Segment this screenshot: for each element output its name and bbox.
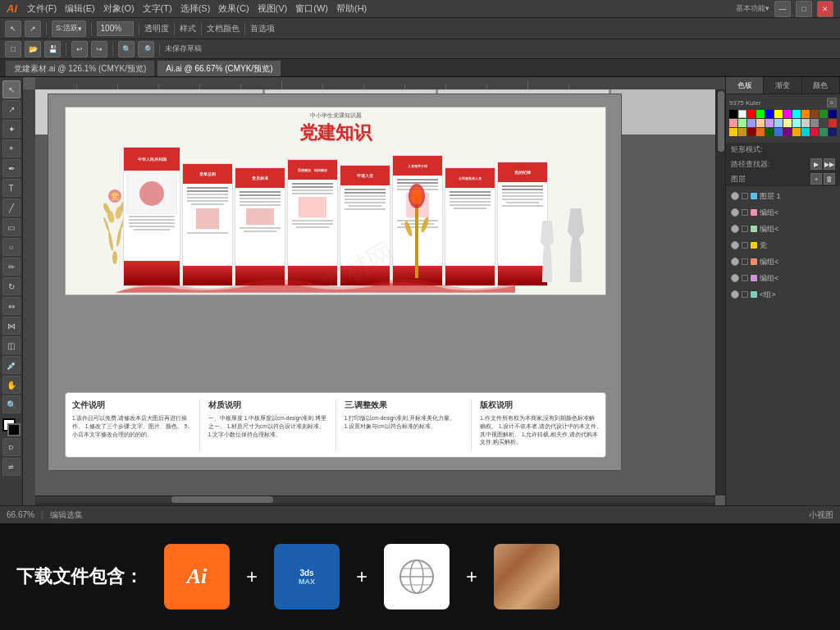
color-red[interactable]	[747, 110, 756, 118]
layer-lock-4[interactable]	[742, 242, 748, 249]
close-button[interactable]: ✕	[817, 1, 833, 17]
layer-eye-1[interactable]	[731, 192, 739, 200]
color-peach[interactable]	[756, 119, 765, 127]
menu-window[interactable]: 窗口(W)	[295, 2, 328, 15]
color-lightcyan[interactable]	[792, 119, 801, 127]
menu-view[interactable]: 视图(V)	[258, 2, 288, 15]
color-cyan[interactable]	[792, 110, 801, 118]
menu-file[interactable]: 文件(F)	[27, 2, 57, 15]
color-gold[interactable]	[729, 128, 737, 136]
color-darkred[interactable]	[747, 128, 756, 136]
mode-dropdown[interactable]: S:活跃▾	[52, 21, 86, 37]
menu-effect[interactable]: 效果(C)	[218, 2, 249, 15]
tab-1[interactable]: Ai.ai @ 66.67% (CMYK/预览)	[157, 60, 281, 76]
select-tool-icon[interactable]: ↖	[2, 80, 21, 98]
eyedropper-icon[interactable]: 💉	[2, 356, 21, 374]
menu-help[interactable]: 帮助(H)	[336, 2, 367, 15]
zoom-tool-icon[interactable]: 🔍	[2, 395, 21, 413]
color-royalblue[interactable]	[774, 128, 783, 136]
line-tool-icon[interactable]: ╱	[2, 199, 21, 217]
default-colors-icon[interactable]: D	[2, 438, 21, 456]
color-seagreen[interactable]	[819, 128, 828, 136]
menu-text[interactable]: 文字(T)	[143, 2, 172, 15]
layer-lock-5[interactable]	[742, 258, 748, 265]
color-brown[interactable]	[810, 110, 819, 118]
color-lightblue[interactable]	[747, 119, 756, 127]
layer-lock-7[interactable]	[742, 291, 748, 298]
swap-colors-icon[interactable]: ⇌	[2, 458, 21, 476]
layer-lock-2[interactable]	[742, 209, 748, 216]
layer-eye-7[interactable]	[731, 290, 739, 299]
layer-item-3[interactable]: 编组<	[728, 221, 838, 237]
layer-item-5[interactable]: 编组<	[728, 253, 838, 270]
menu-object[interactable]: 对象(O)	[103, 2, 135, 15]
rotate-icon[interactable]: ↻	[2, 277, 21, 295]
redo[interactable]: ↪	[91, 41, 107, 57]
color-lavender[interactable]	[765, 119, 774, 127]
zoom-out[interactable]: 🔎	[138, 41, 154, 57]
right-tab-color[interactable]: 颜色	[802, 77, 840, 94]
layer-eye-6[interactable]	[731, 274, 739, 282]
panel-menu-icon[interactable]: ≡	[827, 98, 837, 107]
color-teal[interactable]	[801, 128, 810, 136]
ellipse-tool-icon[interactable]: ○	[2, 238, 21, 256]
undo[interactable]: ↩	[71, 41, 88, 57]
color-skyblue[interactable]	[774, 119, 783, 127]
color-deeporange[interactable]	[756, 128, 765, 136]
color-yellow[interactable]	[774, 110, 783, 118]
pen-tool-icon[interactable]: ✒	[2, 159, 21, 177]
color-white[interactable]	[738, 110, 746, 118]
selection-tool[interactable]: ↖	[5, 21, 21, 37]
direct-select-icon[interactable]: ↗	[2, 100, 21, 118]
tab-0[interactable]: 党建素材.ai @ 126.1% (CMYK/预览)	[5, 60, 155, 76]
color-darkgreen[interactable]	[819, 110, 828, 118]
scroll-thumb-v[interactable]	[718, 91, 724, 152]
layer-item-1[interactable]: 图层 1	[728, 188, 838, 204]
color-crimson[interactable]	[810, 128, 819, 136]
color-lightgreen[interactable]	[738, 119, 746, 127]
zoom-in[interactable]: 🔍	[118, 41, 135, 57]
color-lightyellow[interactable]	[783, 119, 792, 127]
maximize-button[interactable]: □	[796, 1, 812, 17]
layer-item-2[interactable]: 编组<	[728, 204, 838, 221]
color-orange[interactable]	[801, 110, 810, 118]
new-layer-btn[interactable]: +	[810, 173, 822, 185]
scroll-thumb-h[interactable]	[171, 496, 273, 503]
zoom-input[interactable]	[97, 21, 134, 36]
magic-wand-icon[interactable]: ✦	[2, 120, 21, 138]
menu-select[interactable]: 选择(S)	[180, 2, 211, 15]
type-tool-icon[interactable]: T	[2, 179, 21, 197]
fill-stroke-widget[interactable]	[2, 418, 21, 436]
color-blue[interactable]	[765, 110, 774, 118]
menu-edit[interactable]: 编辑(E)	[65, 2, 95, 15]
layer-eye-2[interactable]	[731, 208, 739, 217]
horizontal-scrollbar[interactable]	[35, 495, 715, 505]
color-darkgold[interactable]	[738, 128, 746, 136]
color-lightgray[interactable]	[801, 119, 810, 127]
color-green[interactable]	[756, 110, 765, 118]
blend-icon[interactable]: ⋈	[2, 317, 21, 335]
layer-eye-4[interactable]	[731, 241, 739, 249]
layer-lock-6[interactable]	[742, 275, 748, 281]
delete-layer-btn[interactable]: 🗑	[824, 173, 835, 185]
layer-item-7[interactable]: <组>	[728, 286, 838, 303]
expand-all-btn[interactable]: ▶▶	[824, 158, 835, 170]
rect-tool-icon[interactable]: ▭	[2, 218, 21, 236]
scroll-track-h[interactable]	[35, 496, 715, 503]
layer-eye-3[interactable]	[731, 225, 739, 233]
hand-tool-icon[interactable]: ✋	[2, 376, 21, 394]
color-purple[interactable]	[783, 128, 792, 136]
color-darkgray[interactable]	[819, 119, 828, 127]
color-navy[interactable]	[829, 110, 837, 118]
direct-select-tool[interactable]: ↗	[25, 21, 41, 37]
color-chinaRed[interactable]	[829, 119, 837, 127]
scale-icon[interactable]: ⇔	[2, 297, 21, 315]
layer-eye-5[interactable]	[731, 258, 739, 266]
vertical-scrollbar[interactable]	[715, 89, 725, 495]
color-midnightblue[interactable]	[829, 128, 837, 136]
color-gray[interactable]	[810, 119, 819, 127]
gradient-icon[interactable]: ◫	[2, 336, 21, 354]
right-tab-gradient[interactable]: 渐变	[764, 77, 801, 94]
color-black[interactable]	[729, 110, 737, 118]
right-tab-swatches[interactable]: 色板	[726, 77, 764, 94]
